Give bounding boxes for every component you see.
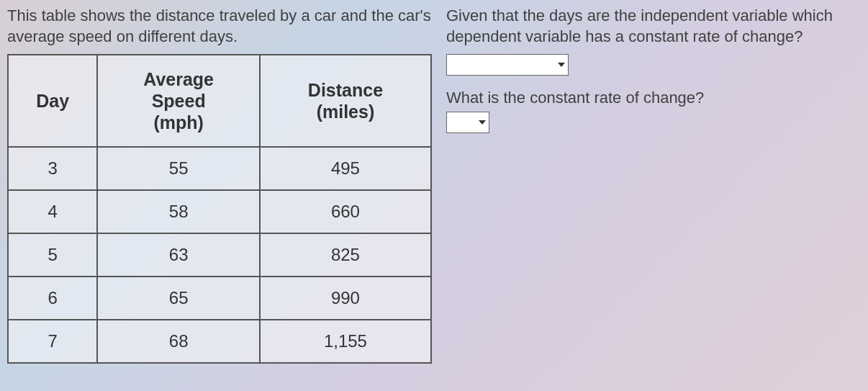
- cell-day: 4: [8, 190, 97, 233]
- chevron-down-icon: [479, 120, 486, 125]
- cell-day: 3: [8, 147, 97, 190]
- table-header-row: Day Average Speed (mph) Distance (miles): [8, 55, 431, 147]
- cell-speed: 68: [97, 320, 259, 363]
- header-distance: Distance (miles): [260, 55, 431, 147]
- intro-text: This table shows the distance traveled b…: [7, 6, 432, 47]
- question-1-text: Given that the days are the independent …: [446, 6, 861, 47]
- data-table: Day Average Speed (mph) Distance (miles)…: [7, 54, 432, 364]
- cell-speed: 55: [97, 147, 259, 190]
- cell-distance: 990: [260, 277, 431, 320]
- table-row: 4 58 660: [8, 190, 431, 233]
- table-row: 7 68 1,155: [8, 320, 431, 363]
- cell-day: 5: [8, 233, 97, 277]
- header-day: Day: [8, 55, 97, 147]
- dependent-variable-dropdown[interactable]: [446, 54, 569, 76]
- header-distance-line1: Distance: [266, 79, 425, 101]
- header-speed-line1: Average: [104, 68, 253, 90]
- cell-speed: 58: [97, 190, 259, 233]
- question-2-text: What is the constant rate of change?: [446, 89, 861, 107]
- rate-of-change-dropdown[interactable]: [446, 112, 489, 133]
- cell-day: 6: [8, 277, 97, 320]
- cell-day: 7: [8, 320, 97, 363]
- header-speed-line3: (mph): [104, 112, 253, 133]
- cell-distance: 660: [260, 190, 431, 233]
- table-row: 3 55 495: [8, 147, 431, 190]
- header-speed-line2: Speed: [104, 90, 253, 112]
- chevron-down-icon: [558, 63, 565, 67]
- header-distance-line2: (miles): [266, 101, 425, 122]
- cell-speed: 65: [97, 277, 259, 320]
- cell-speed: 63: [97, 233, 259, 277]
- cell-distance: 825: [260, 233, 431, 277]
- cell-distance: 495: [260, 147, 431, 190]
- header-speed: Average Speed (mph): [97, 55, 259, 147]
- cell-distance: 1,155: [260, 320, 431, 363]
- table-row: 6 65 990: [8, 277, 431, 320]
- table-row: 5 63 825: [8, 233, 431, 277]
